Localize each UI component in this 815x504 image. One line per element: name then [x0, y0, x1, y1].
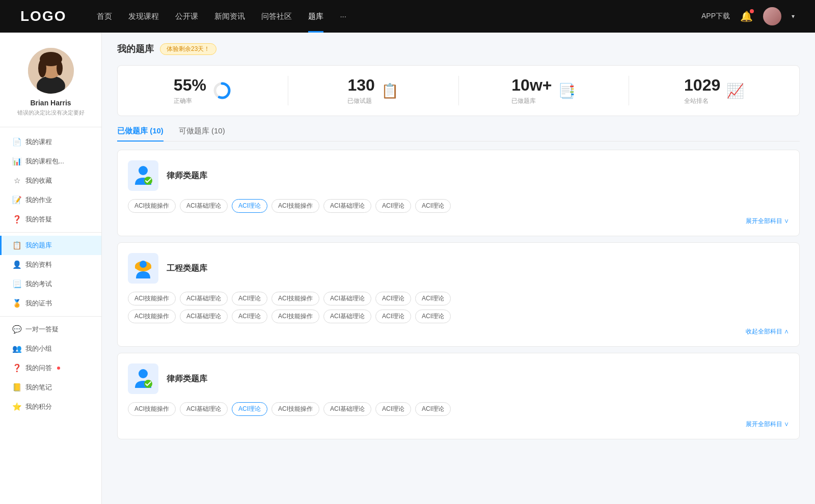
svg-point-12 — [140, 261, 147, 268]
sidebar-item-favorites[interactable]: ☆ 我的收藏 — [0, 171, 101, 190]
quiz-tag[interactable]: ACI基础理论 — [180, 310, 228, 323]
quiz-icon-box — [128, 160, 158, 191]
quiz-tag[interactable]: ACI理论 — [415, 199, 451, 213]
sidebar-item-label: 一对一答疑 — [25, 325, 59, 334]
sidebar-item-exam[interactable]: 📃 我的考试 — [0, 274, 101, 294]
sidebar-item-label: 我的证书 — [25, 299, 52, 308]
nav-news[interactable]: 新闻资讯 — [214, 12, 245, 21]
stat-done-questions: 130 已做试题 📋 — [288, 76, 459, 105]
nav-qa[interactable]: 问答社区 — [261, 12, 292, 21]
page-header: 我的题库 体验剩余23天！ — [117, 43, 800, 55]
nav-quiz[interactable]: 题库 — [308, 12, 323, 21]
sidebar-item-coursepack[interactable]: 📊 我的课程包... — [0, 152, 101, 171]
done-questions-label: 已做试题 — [347, 97, 374, 105]
quiz-tag[interactable]: ACI理论 — [415, 292, 451, 305]
quiz-tags-row1: ACI技能操作 ACI基础理论 ACI理论 ACI技能操作 ACI基础理论 AC… — [128, 199, 789, 213]
engineer-icon — [131, 256, 155, 281]
quiz-tag[interactable]: ACI技能操作 — [128, 310, 176, 323]
svg-point-8 — [139, 166, 148, 175]
sidebar-item-certificate[interactable]: 🏅 我的证书 — [0, 294, 101, 313]
quiz-tag[interactable]: ACI基础理论 — [323, 199, 371, 213]
notification-bell[interactable]: 🔔 — [740, 10, 753, 22]
sidebar-item-label: 我的小组 — [25, 344, 52, 353]
tab-available[interactable]: 可做题库 (10) — [179, 126, 225, 141]
quiz-section-header: 律师类题库 — [128, 160, 789, 191]
nav-home[interactable]: 首页 — [97, 12, 112, 21]
quiz-section-header-2: 工程类题库 — [128, 253, 789, 284]
quiz-tag[interactable]: ACI理论 — [375, 292, 411, 305]
quiz-tag[interactable]: ACI技能操作 — [271, 292, 319, 305]
svg-point-13 — [139, 369, 148, 378]
quiz-tag[interactable]: ACI技能操作 — [128, 199, 176, 213]
collapse-button[interactable]: 收起全部科目 ∧ — [128, 327, 789, 336]
quiz-tag[interactable]: ACI理论 — [415, 402, 451, 416]
tabs-row: 已做题库 (10) 可做题库 (10) — [117, 126, 800, 142]
quiz-tag[interactable]: ACI基础理论 — [323, 402, 371, 416]
accuracy-chart — [212, 81, 232, 100]
quiz-tag[interactable]: ACI理论 — [232, 292, 267, 305]
logo: LOGO — [20, 8, 66, 24]
sidebar-item-questions[interactable]: ❓ 我的问答 — [0, 358, 101, 378]
questions-icon: ❓ — [12, 363, 21, 373]
nav-more[interactable]: ··· — [340, 12, 346, 21]
user-motto: 错误的决定比没有决定要好 — [17, 109, 85, 117]
sidebar-item-profile[interactable]: 👤 我的资料 — [0, 255, 101, 274]
svg-point-5 — [57, 61, 63, 75]
quiz-section-lawyer-2: 律师类题库 ACI技能操作 ACI基础理论 ACI理论 ACI技能操作 ACI基… — [117, 353, 800, 439]
main-content: 我的题库 体验剩余23天！ 55% 正确率 — [102, 33, 815, 504]
expand-button[interactable]: 展开全部科目 ∨ — [128, 217, 789, 226]
quiz-tag[interactable]: ACI理论 — [375, 310, 411, 323]
avatar-chevron-icon[interactable]: ▾ — [792, 13, 795, 20]
sidebar-item-course[interactable]: 📄 我的课程 — [0, 132, 101, 152]
quiz-tag[interactable]: ACI基础理论 — [180, 199, 228, 213]
quiz-tag[interactable]: ACI理论 — [375, 199, 411, 213]
quiz-tag[interactable]: ACI技能操作 — [128, 292, 176, 305]
quiz-tag[interactable]: ACI基础理论 — [323, 310, 371, 323]
sidebar-item-notes[interactable]: 📒 我的笔记 — [0, 378, 101, 397]
quiz-tag[interactable]: ACI基础理论 — [323, 292, 371, 305]
sidebar-item-qa-mine[interactable]: ❓ 我的答疑 — [0, 210, 101, 229]
sidebar-item-group[interactable]: 👥 我的小组 — [0, 339, 101, 358]
menu-divider-2 — [0, 316, 101, 317]
quiz-icon-box-2 — [128, 253, 158, 284]
profile-icon: 👤 — [12, 260, 21, 269]
star-icon: ☆ — [12, 176, 21, 185]
banks-icon: 📑 — [558, 82, 576, 99]
unread-dot — [57, 367, 60, 370]
stat-accuracy: 55% 正确率 — [118, 76, 288, 105]
app-download-button[interactable]: APP下载 — [701, 12, 730, 21]
quiz-tag-active[interactable]: ACI理论 — [232, 199, 267, 213]
group-icon: 👥 — [12, 344, 21, 353]
quiz-tag-active[interactable]: ACI理论 — [232, 402, 267, 416]
nav-discover[interactable]: 发现课程 — [128, 12, 159, 21]
sidebar-item-label: 我的课程包... — [25, 157, 64, 166]
questions-icon: 📋 — [381, 82, 399, 99]
quizbank-icon: 📋 — [12, 241, 21, 250]
tab-done[interactable]: 已做题库 (10) — [117, 126, 164, 141]
quiz-tag[interactable]: ACI理论 — [375, 402, 411, 416]
rank-icon: 📈 — [726, 82, 744, 99]
sidebar-item-points[interactable]: ⭐ 我的积分 — [0, 397, 101, 416]
sidebar-item-homework[interactable]: 📝 我的作业 — [0, 190, 101, 210]
quiz-tag[interactable]: ACI技能操作 — [271, 310, 319, 323]
quiz-tag[interactable]: ACI理论 — [232, 310, 267, 323]
done-banks-label: 已做题库 — [511, 97, 552, 105]
sidebar-item-tutoring[interactable]: 💬 一对一答疑 — [0, 320, 101, 339]
lawyer-icon-2 — [131, 367, 155, 391]
quiz-tag[interactable]: ACI基础理论 — [180, 292, 228, 305]
user-avatar[interactable] — [763, 7, 781, 25]
sidebar-item-quizbank[interactable]: 📋 我的题库 — [0, 236, 101, 255]
page-layout: Brian Harris 错误的决定比没有决定要好 📄 我的课程 📊 我的课程包… — [0, 33, 815, 504]
quiz-tag[interactable]: ACI技能操作 — [271, 199, 319, 213]
nav-opencourse[interactable]: 公开课 — [175, 12, 198, 21]
quiz-tag[interactable]: ACI基础理论 — [180, 402, 228, 416]
sidebar-item-label: 我的考试 — [25, 279, 52, 289]
expand-button-3[interactable]: 展开全部科目 ∨ — [128, 420, 789, 429]
navbar: LOGO 首页 发现课程 公开课 新闻资讯 问答社区 题库 ··· APP下载 … — [0, 0, 815, 33]
exam-icon: 📃 — [12, 279, 21, 289]
quiz-tag[interactable]: ACI技能操作 — [271, 402, 319, 416]
course-icon: 📄 — [12, 137, 21, 147]
quiz-tag[interactable]: ACI技能操作 — [128, 402, 176, 416]
quiz-tag[interactable]: ACI理论 — [415, 310, 451, 323]
quiz-section-lawyer-1: 律师类题库 ACI技能操作 ACI基础理论 ACI理论 ACI技能操作 ACI基… — [117, 150, 800, 236]
